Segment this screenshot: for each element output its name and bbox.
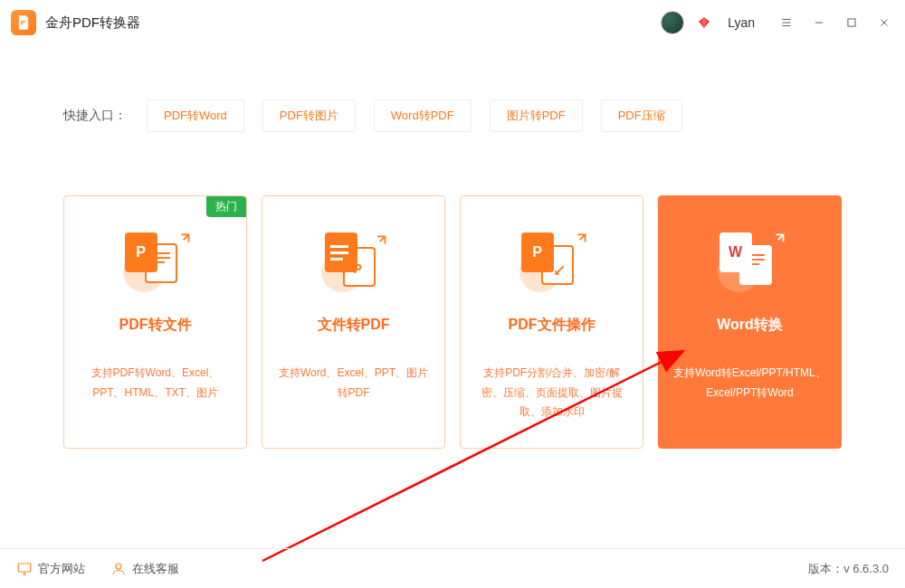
vip-icon [697,15,711,30]
version-info: 版本：v 6.6.3.0 [808,561,889,577]
hot-badge: 热门 [206,196,246,217]
card-title: PDF文件操作 [509,316,595,335]
card-desc: 支持Word转Excel/PPT/HTML、Excel/PPT转Word [659,364,841,403]
app-title: 金舟PDF转换器 [45,14,140,32]
card-icon-pdf-ops: P [516,232,588,296]
maximize-button[interactable] [842,13,862,33]
card-desc: 支持PDF转Word、Excel、PPT、HTML、TXT、图片 [64,364,246,403]
svg-rect-0 [848,19,855,26]
card-pdf-operations[interactable]: P PDF文件操作 支持PDF分割/合并、加密/解密、压缩、页面提取、图片提取、… [460,195,643,449]
card-title: 文件转PDF [318,316,390,335]
card-pdf-to-file[interactable]: 热门 P PDF转文件 支持PDF转Word、Excel、PPT、HTML、TX… [63,195,247,449]
svg-rect-2 [18,564,31,572]
card-desc: 支持PDF分割/合并、加密/解密、压缩、页面提取、图片提取、添加水印 [461,364,643,422]
avatar[interactable] [661,11,684,34]
minimize-button[interactable] [809,13,829,33]
menu-button[interactable] [776,13,796,33]
quick-btn-word-to-pdf[interactable]: Word转PDF [374,100,472,132]
svg-point-3 [116,564,121,569]
titlebar: 金舟PDF转换器 Lyan [0,0,905,45]
quick-btn-image-to-pdf[interactable]: 图片转PDF [490,100,583,132]
main-content: 快捷入口： PDF转Word PDF转图片 Word转PDF 图片转PDF PD… [0,45,905,449]
card-icon-file-to-pdf: P [318,232,390,296]
card-title: PDF转文件 [119,316,192,335]
card-desc: 支持Word、Excel、PPT、图片转PDF [262,364,444,403]
feature-cards: 热门 P PDF转文件 支持PDF转Word、Excel、PPT、HTML、TX… [63,195,842,449]
official-site-link[interactable]: 官方网站 [16,561,85,577]
quick-access-row: 快捷入口： PDF转Word PDF转图片 Word转PDF 图片转PDF PD… [63,100,842,132]
quick-btn-pdf-to-word[interactable]: PDF转Word [147,100,244,132]
card-file-to-pdf[interactable]: P 文件转PDF 支持Word、Excel、PPT、图片转PDF [262,195,445,449]
support-link[interactable]: 在线客服 [110,561,179,577]
close-button[interactable] [874,13,894,33]
quick-label: 快捷入口： [63,108,127,124]
official-site-label: 官方网站 [38,561,85,577]
card-title: Word转换 [717,316,783,335]
support-icon [110,561,127,577]
card-icon-word-convert: W [714,232,786,296]
footer: 官方网站 在线客服 版本：v 6.6.3.0 [0,548,905,588]
card-word-convert[interactable]: W Word转换 支持Word转Excel/PPT/HTML、Excel/PPT… [658,195,842,449]
quick-btn-pdf-to-image[interactable]: PDF转图片 [262,100,356,132]
card-icon-pdf-to-file: P [119,232,192,296]
quick-btn-pdf-compress[interactable]: PDF压缩 [601,100,682,132]
support-label: 在线客服 [132,561,179,577]
username: Lyan [728,15,755,30]
monitor-icon [16,561,33,577]
app-logo-icon [11,10,36,35]
